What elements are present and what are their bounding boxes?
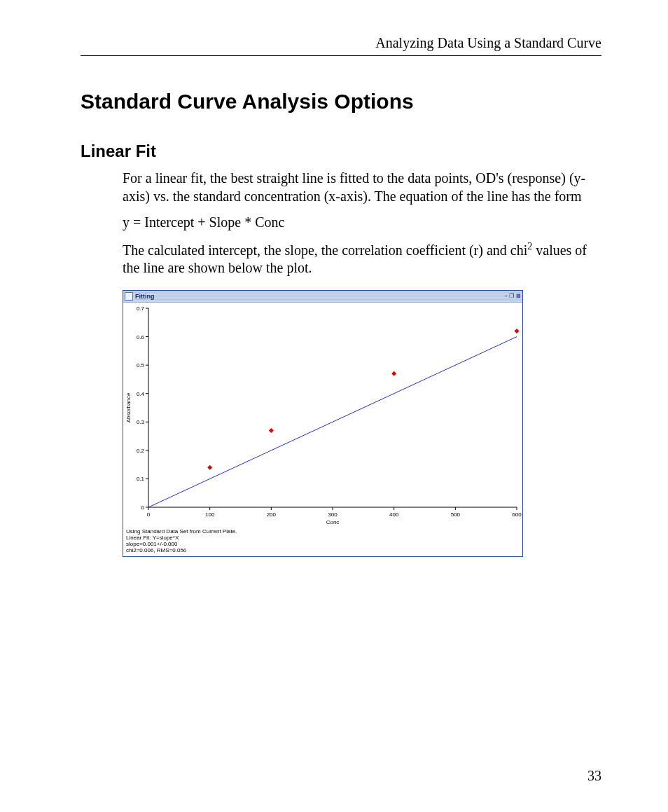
svg-text:0.4: 0.4 [137, 390, 145, 397]
running-head: Analyzing Data Using a Standard Curve [81, 35, 601, 51]
svg-text:0.1: 0.1 [137, 476, 145, 482]
chart-footer: Using Standard Data Set from Current Pla… [123, 527, 522, 557]
maximize-icon[interactable]: ❐ [509, 294, 514, 299]
svg-text:0.3: 0.3 [137, 419, 145, 425]
chart-footer-line-2: Linear Fit: Y=slope*X [126, 535, 520, 541]
svg-text:0: 0 [141, 504, 145, 511]
svg-marker-36 [269, 428, 274, 433]
chart-titlebar: Fitting ▫ ❐ ⊠ [123, 291, 522, 303]
section-body: For a linear fit, the best straight line… [123, 170, 601, 277]
svg-text:0.7: 0.7 [137, 305, 145, 312]
svg-text:400: 400 [389, 511, 399, 518]
svg-text:200: 200 [267, 511, 277, 518]
header-rule [81, 55, 601, 56]
chart-window-title: Fitting [135, 293, 155, 300]
svg-marker-35 [207, 465, 212, 469]
page-title: Standard Curve Analysis Options [81, 90, 601, 113]
svg-marker-38 [515, 329, 520, 333]
svg-text:0.6: 0.6 [137, 333, 145, 340]
chart-footer-line-3: slope=0.001+/-0.000 [126, 541, 520, 547]
chart-plot: 010020030040050060000.10.20.30.40.50.60.… [123, 303, 522, 527]
minimize-icon[interactable]: ▫ [505, 294, 507, 299]
svg-text:300: 300 [328, 511, 338, 518]
svg-text:600: 600 [512, 511, 522, 518]
page: Analyzing Data Using a Standard Curve St… [0, 0, 668, 812]
paragraph-1: For a linear fit, the best straight line… [123, 170, 601, 205]
svg-marker-37 [391, 371, 396, 376]
section-heading: Linear Fit [81, 142, 601, 161]
chart-container: Fitting ▫ ❐ ⊠ 010020030040050060000.10.2… [123, 290, 523, 558]
close-icon[interactable]: ⊠ [516, 294, 521, 299]
svg-text:Conc: Conc [326, 519, 340, 525]
chart-footer-line-4: chi2=0.006, RMS=0.056 [126, 547, 520, 553]
paragraph-2: The calculated intercept, the slope, the… [123, 240, 601, 277]
svg-text:100: 100 [205, 511, 215, 518]
window-icon [125, 292, 133, 301]
svg-text:0.2: 0.2 [137, 447, 145, 453]
paragraph-2a: The calculated intercept, the slope, the… [123, 242, 527, 257]
svg-line-34 [148, 336, 517, 507]
equation: y = Intercept + Slope * Conc [123, 214, 601, 232]
chart-footer-line-1: Using Standard Data Set from Current Pla… [126, 528, 520, 535]
svg-text:0: 0 [147, 511, 151, 518]
page-number: 33 [587, 768, 601, 784]
chart-window: Fitting ▫ ❐ ⊠ 010020030040050060000.10.2… [123, 290, 523, 558]
svg-text:500: 500 [451, 511, 461, 518]
svg-text:Absorbance: Absorbance [125, 392, 132, 422]
svg-text:0.5: 0.5 [137, 362, 145, 369]
